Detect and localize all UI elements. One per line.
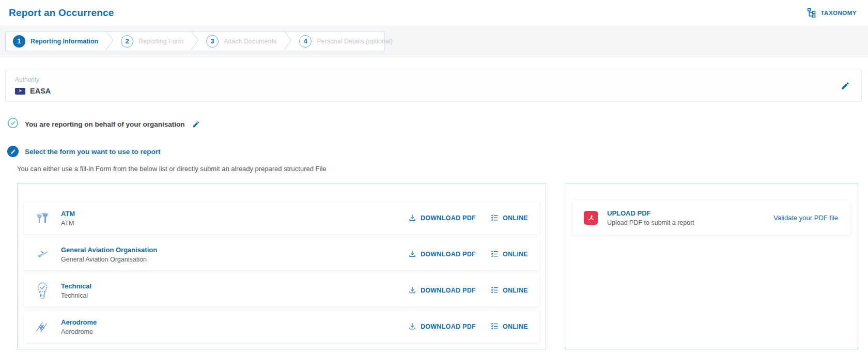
step-number-badge: 4 (299, 35, 312, 48)
edit-authority-button[interactable] (840, 80, 851, 91)
download-pdf-link[interactable]: DOWNLOAD PDF (408, 322, 476, 332)
download-pdf-link[interactable]: DOWNLOAD PDF (408, 250, 476, 259)
upload-pdf-card: UPLOAD PDF Upload PDF to submit a report… (572, 201, 850, 235)
online-link[interactable]: ONLINE (490, 322, 528, 332)
form-description: Aerodrome (61, 328, 97, 335)
pencil-icon (841, 84, 850, 92)
form-name-link[interactable]: Aerodrome (61, 318, 97, 326)
form-name-link[interactable]: General Aviation Organisation (61, 246, 157, 254)
reporting-behalf-text: You are reporting on behalf of your orga… (25, 120, 185, 128)
form-panels: ATM ATM DOWNLOAD PDF ONLINE (17, 183, 868, 349)
online-link[interactable]: ONLINE (490, 250, 528, 259)
step-label: Reporting Form (138, 38, 183, 45)
online-label: ONLINE (503, 323, 528, 330)
form-name-link[interactable]: ATM (61, 210, 75, 218)
step-label: Attach Documents (224, 38, 276, 45)
chevron-right-icon (284, 31, 292, 52)
aerodrome-runway-icon (34, 319, 51, 334)
row-actions: DOWNLOAD PDF ONLINE (408, 250, 528, 259)
taxonomy-label: TAXONOMY (820, 10, 857, 16)
step-label: Reporting Information (30, 38, 98, 45)
page-title: Report an Occurrence (9, 7, 114, 19)
step-reporting-form[interactable]: 2 Reporting Form (121, 35, 183, 48)
page-header: Report an Occurrence TAXONOMY (0, 0, 868, 26)
authority-value: ➤ EASA (15, 87, 51, 95)
online-link[interactable]: ONLINE (490, 213, 528, 223)
download-pdf-label: DOWNLOAD PDF (421, 323, 476, 330)
step-number-badge: 3 (206, 35, 219, 48)
step-label: Personal Details (optional) (317, 38, 393, 45)
checklist-icon (490, 322, 499, 332)
step-number-badge: 2 (121, 35, 133, 48)
fill-in-forms-panel: ATM ATM DOWNLOAD PDF ONLINE (17, 183, 546, 349)
form-description: General Aviation Organisation (61, 256, 157, 263)
form-name-link[interactable]: Technical (61, 282, 91, 290)
validate-pdf-link[interactable]: Validate your PDF file (773, 214, 838, 222)
form-row-general-aviation: General Aviation Organisation General Av… (24, 238, 539, 270)
download-pdf-link[interactable]: DOWNLOAD PDF (408, 286, 476, 296)
row-actions: DOWNLOAD PDF ONLINE (408, 322, 528, 332)
step-personal-details[interactable]: 4 Personal Details (optional) (299, 35, 393, 48)
check-circle-icon (7, 117, 19, 131)
row-actions: DOWNLOAD PDF ONLINE (408, 286, 528, 296)
authority-info: Authority ➤ EASA (15, 76, 51, 95)
form-row-technical: Technical Technical DOWNLOAD PDF ONLINE (24, 274, 539, 306)
step-number-badge: 1 (13, 35, 25, 48)
form-selection-title: Select the form you want to use to repor… (25, 148, 161, 156)
online-label: ONLINE (503, 251, 528, 258)
online-label: ONLINE (503, 287, 528, 294)
download-icon (408, 322, 416, 332)
authority-label: Authority (15, 76, 51, 83)
atm-tower-icon (34, 211, 51, 225)
form-texts: Aerodrome Aerodrome (61, 318, 97, 335)
download-pdf-label: DOWNLOAD PDF (421, 251, 476, 258)
form-texts: ATM ATM (61, 210, 75, 227)
form-description: ATM (61, 220, 75, 227)
edit-behalf-button[interactable] (191, 119, 201, 129)
form-texts: Technical Technical (61, 282, 91, 299)
step-reporting-information[interactable]: 1 Reporting Information (13, 35, 98, 48)
form-row-aerodrome: Aerodrome Aerodrome DOWNLOAD PDF ONLINE (24, 311, 539, 343)
taxonomy-button[interactable]: TAXONOMY (807, 8, 857, 19)
pencil-icon (192, 122, 200, 130)
checklist-icon (490, 250, 499, 259)
upload-texts: UPLOAD PDF Upload PDF to submit a report (607, 209, 694, 226)
download-icon (408, 213, 416, 223)
taxonomy-sitemap-icon (807, 8, 817, 19)
stepper-band: 1 Reporting Information 2 Reporting Form… (0, 26, 868, 57)
form-selection-heading: Select the form you want to use to repor… (7, 146, 868, 157)
online-label: ONLINE (503, 214, 528, 222)
download-pdf-label: DOWNLOAD PDF (421, 287, 476, 294)
upload-pdf-panel: UPLOAD PDF Upload PDF to submit a report… (565, 183, 858, 349)
checklist-icon (490, 213, 499, 223)
light-aircraft-icon (34, 247, 51, 262)
online-link[interactable]: ONLINE (490, 286, 528, 296)
authority-card: Authority ➤ EASA (5, 70, 862, 102)
row-actions: DOWNLOAD PDF ONLINE (408, 213, 528, 223)
easa-flag-icon: ➤ (15, 88, 25, 95)
wizard-stepper: 1 Reporting Information 2 Reporting Form… (5, 32, 385, 51)
reporting-behalf-row: You are reporting on behalf of your orga… (7, 117, 868, 131)
download-pdf-link[interactable]: DOWNLOAD PDF (408, 213, 476, 223)
certification-badge-icon (34, 282, 51, 299)
download-icon (408, 286, 416, 296)
download-icon (408, 250, 416, 259)
form-row-atm: ATM ATM DOWNLOAD PDF ONLINE (24, 202, 539, 234)
chevron-right-icon (191, 31, 199, 52)
chevron-right-icon (105, 31, 114, 52)
form-description: Technical (61, 292, 91, 299)
form-selection-description: You can either use a fill-in Form from t… (17, 165, 868, 173)
upload-pdf-link[interactable]: UPLOAD PDF (607, 209, 694, 217)
upload-pdf-description: Upload PDF to submit a report (607, 219, 694, 226)
download-pdf-label: DOWNLOAD PDF (421, 214, 476, 222)
edit-circle-icon (7, 146, 19, 157)
step-attach-documents[interactable]: 3 Attach Documents (206, 35, 276, 48)
pdf-file-icon (584, 211, 598, 225)
authority-name: EASA (30, 87, 51, 95)
form-texts: General Aviation Organisation General Av… (61, 246, 157, 263)
checklist-icon (490, 286, 499, 296)
